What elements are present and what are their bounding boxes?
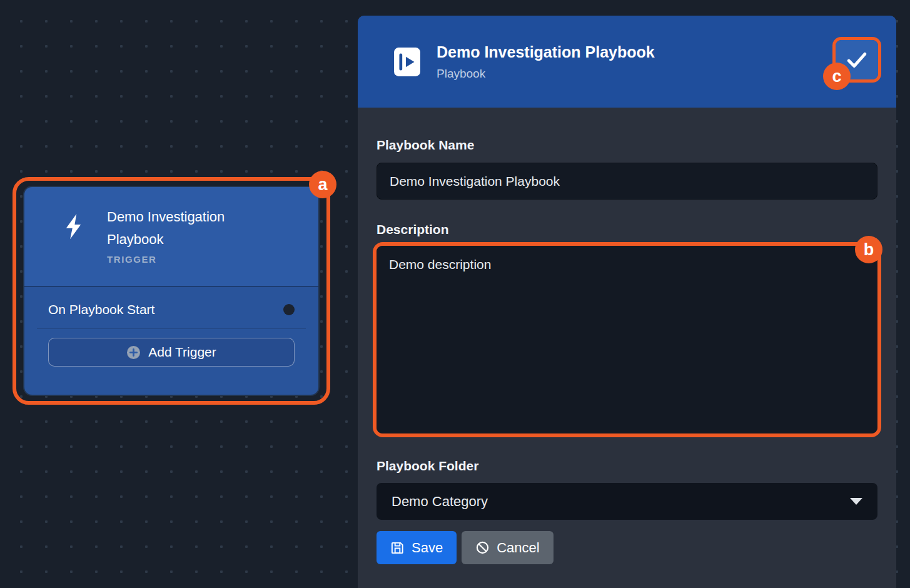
- save-button[interactable]: Save: [377, 531, 457, 564]
- trigger-port-dot[interactable]: [283, 304, 295, 315]
- add-trigger-button[interactable]: Add Trigger: [48, 338, 295, 367]
- lightning-icon: [61, 212, 89, 286]
- playbook-icon: [394, 48, 420, 76]
- trigger-list: On Playbook Start Add Trigger: [24, 286, 318, 395]
- panel-body: Playbook Name Description Demo descripti…: [358, 108, 896, 564]
- description-textarea[interactable]: Demo description: [377, 246, 877, 433]
- playbook-name-input[interactable]: [377, 163, 877, 200]
- node-title: Demo Investigation Playbook: [107, 206, 241, 251]
- annotation-a-box: Demo Investigation Playbook TRIGGER On P…: [13, 177, 330, 405]
- playbook-folder-select[interactable]: Demo Category: [377, 483, 877, 520]
- playbook-canvas[interactable]: Demo Investigation Playbook TRIGGER On P…: [0, 0, 910, 588]
- panel-header: Demo Investigation Playbook Playbook c: [358, 16, 896, 108]
- annotation-c-box: c: [832, 37, 881, 83]
- playbook-settings-panel: Demo Investigation Playbook Playbook c P…: [358, 16, 896, 588]
- panel-title: Demo Investigation Playbook: [437, 43, 655, 61]
- panel-subtitle: Playbook: [437, 67, 655, 81]
- annotation-a-badge: a: [309, 171, 336, 198]
- trigger-row-on-playbook-start[interactable]: On Playbook Start: [37, 293, 306, 329]
- trigger-row-label: On Playbook Start: [48, 302, 154, 317]
- annotation-c-badge: c: [823, 63, 851, 90]
- save-button-label: Save: [412, 540, 443, 556]
- save-floppy-icon: [390, 540, 405, 555]
- trigger-node-card[interactable]: Demo Investigation Playbook TRIGGER On P…: [23, 186, 320, 396]
- annotation-b-badge: b: [855, 236, 882, 263]
- panel-header-text: Demo Investigation Playbook Playbook: [437, 43, 655, 81]
- node-type-label: TRIGGER: [107, 254, 241, 265]
- description-label: Description: [377, 222, 877, 237]
- playbook-name-label: Playbook Name: [377, 138, 877, 153]
- add-trigger-label: Add Trigger: [148, 345, 216, 360]
- annotation-b-box: Demo description b: [373, 242, 881, 437]
- plus-circle-icon: [126, 345, 141, 360]
- trigger-node-text: Demo Investigation Playbook TRIGGER: [107, 206, 241, 286]
- check-icon: [847, 52, 867, 68]
- chevron-down-icon: [850, 498, 862, 505]
- playbook-folder-label: Playbook Folder: [377, 459, 877, 474]
- form-actions: Save Cancel: [377, 531, 877, 564]
- cancel-button-label: Cancel: [497, 540, 539, 556]
- cancel-button[interactable]: Cancel: [462, 531, 553, 564]
- playbook-folder-value: Demo Category: [392, 494, 488, 510]
- cancel-ban-icon: [475, 540, 490, 555]
- trigger-node-header: Demo Investigation Playbook TRIGGER: [24, 187, 318, 286]
